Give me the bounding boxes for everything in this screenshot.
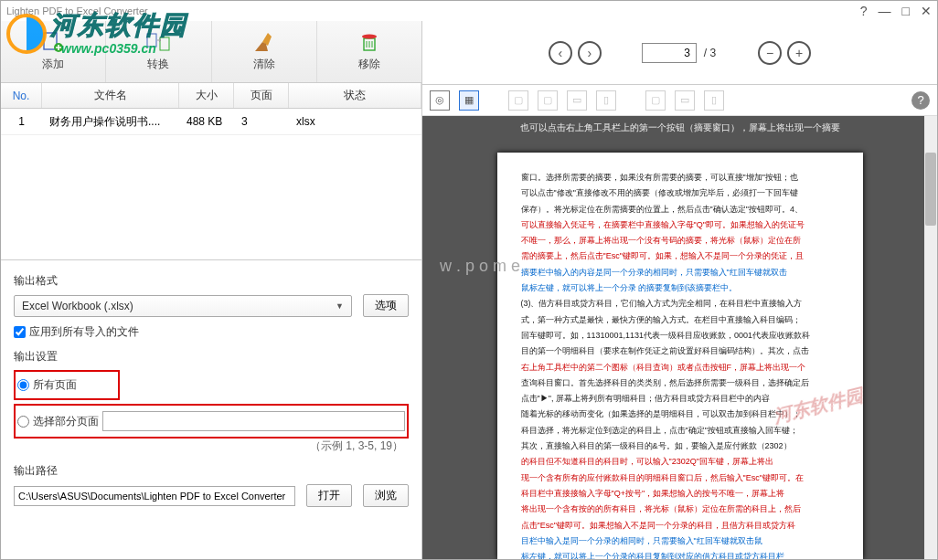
output-settings-label: 输出设置 bbox=[14, 349, 409, 365]
preview-caption: 也可以点击右上角工具栏上的第一个按钮（摘要窗口），屏幕上将出现一个摘要 bbox=[520, 122, 840, 134]
col-status[interactable]: 状态 bbox=[289, 83, 421, 108]
page-example-text: （示例 1, 3-5, 19） bbox=[14, 438, 409, 454]
page-number-input[interactable] bbox=[642, 43, 697, 63]
tool-split-icon: ▯ bbox=[596, 90, 616, 111]
clear-button[interactable]: 清除 bbox=[212, 21, 317, 82]
all-pages-radio[interactable] bbox=[17, 379, 29, 391]
output-format-label: 输出格式 bbox=[14, 273, 409, 289]
remove-button[interactable]: 移除 bbox=[317, 21, 421, 82]
svg-point-5 bbox=[362, 35, 377, 39]
options-button[interactable]: 选项 bbox=[363, 294, 409, 317]
apply-all-checkbox[interactable] bbox=[14, 326, 26, 338]
trash-icon bbox=[357, 31, 382, 53]
document-page: 窗口。选择所需要的摘要，如果没有所需要的摘要，可以直接"增加"按钮；也可以点击"… bbox=[497, 153, 863, 559]
col-size[interactable]: 大小 bbox=[179, 83, 234, 108]
select-pages-radio[interactable] bbox=[17, 416, 29, 428]
help-icon[interactable]: ? bbox=[911, 91, 930, 110]
zoom-in-button[interactable]: + bbox=[787, 41, 811, 65]
tool-select-icon: ▢ bbox=[508, 90, 528, 111]
table-row[interactable]: 1 财务用户操作说明书.... 488 KB 3 xlsx bbox=[1, 109, 421, 135]
page-range-input[interactable] bbox=[102, 411, 405, 431]
maximize-button[interactable]: □ bbox=[902, 4, 910, 18]
zoom-out-button[interactable]: − bbox=[758, 41, 782, 65]
add-button[interactable]: 添加 bbox=[1, 21, 106, 82]
output-format-select[interactable]: Excel Workbook (.xlsx) ▼ bbox=[14, 295, 352, 317]
tool-remove-icon: ▢ bbox=[538, 90, 558, 111]
add-file-icon bbox=[40, 31, 66, 53]
svg-rect-2 bbox=[147, 34, 156, 47]
convert-button[interactable]: 转换 bbox=[106, 21, 211, 82]
output-path-label: 输出路径 bbox=[14, 463, 409, 479]
tool-crop-icon[interactable]: ◎ bbox=[430, 90, 450, 111]
tool-grid-icon[interactable]: ▦ bbox=[459, 90, 479, 111]
prev-page-button[interactable]: ‹ bbox=[549, 41, 572, 65]
tool-b-icon: ▭ bbox=[675, 90, 695, 111]
preview-area[interactable]: 也可以点击右上角工具栏上的第一个按钮（摘要窗口），屏幕上将出现一个摘要 窗口。选… bbox=[422, 116, 937, 559]
open-button[interactable]: 打开 bbox=[306, 484, 352, 507]
scrollbar-vertical[interactable] bbox=[924, 116, 937, 559]
convert-icon bbox=[145, 31, 171, 53]
close-button[interactable]: ✕ bbox=[921, 4, 932, 18]
window-title: Lighten PDF to Excel Converter bbox=[6, 5, 860, 16]
col-page[interactable]: 页面 bbox=[234, 83, 289, 108]
tool-a-icon: ▢ bbox=[645, 90, 666, 111]
chevron-down-icon: ▼ bbox=[336, 301, 344, 311]
svg-rect-3 bbox=[160, 37, 169, 50]
broom-icon bbox=[251, 31, 277, 53]
tool-merge-icon: ▭ bbox=[567, 90, 587, 111]
col-name[interactable]: 文件名 bbox=[42, 83, 179, 108]
tool-c-icon: ▯ bbox=[704, 90, 724, 111]
browse-button[interactable]: 浏览 bbox=[363, 484, 409, 507]
table-header: No. 文件名 大小 页面 状态 bbox=[1, 83, 421, 109]
next-page-button[interactable]: › bbox=[578, 41, 602, 65]
output-path-input[interactable] bbox=[14, 486, 295, 506]
file-list: 1 财务用户操作说明书.... 488 KB 3 xlsx bbox=[1, 109, 421, 259]
minimize-button[interactable]: — bbox=[879, 4, 891, 18]
col-no[interactable]: No. bbox=[1, 83, 42, 108]
help-button[interactable]: ? bbox=[860, 4, 868, 18]
page-total-label: / 3 bbox=[704, 47, 716, 59]
